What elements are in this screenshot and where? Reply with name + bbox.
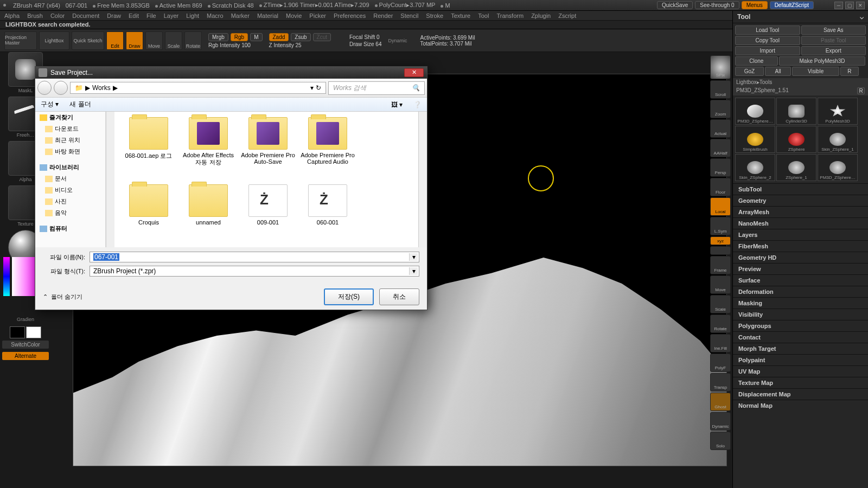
- rail-move[interactable]: Move: [710, 275, 731, 294]
- section-arraymesh[interactable]: ArrayMesh: [733, 206, 868, 217]
- rail-frame[interactable]: Frame: [710, 256, 731, 274]
- rail-local[interactable]: Local: [710, 197, 731, 216]
- sidebar-computer[interactable]: 컴퓨터: [35, 223, 105, 234]
- sidebar-item[interactable]: 문서: [35, 173, 105, 184]
- menu-item[interactable]: Render: [373, 12, 393, 19]
- dialog-title-bar[interactable]: Save Project... ✕: [35, 67, 427, 79]
- menu-item[interactable]: Draw: [107, 12, 121, 19]
- m-chip[interactable]: M: [250, 33, 262, 41]
- sidebar-favorites[interactable]: 즐겨찾기: [35, 112, 105, 123]
- maximize-icon[interactable]: ▢: [845, 2, 854, 9]
- rail-persp[interactable]: Persp: [710, 158, 731, 177]
- load-tool-button[interactable]: Load Tool: [735, 25, 800, 35]
- rail-solo[interactable]: Solo: [710, 432, 731, 450]
- all-button[interactable]: All: [765, 67, 791, 76]
- filename-input[interactable]: 067-001▾: [90, 252, 419, 262]
- section-preview[interactable]: Preview: [733, 263, 868, 274]
- rail-floor[interactable]: Floor: [710, 178, 731, 196]
- rotate-button[interactable]: Rotate: [184, 31, 202, 50]
- rail-lsym[interactable]: L.Sym: [710, 217, 731, 235]
- menu-item[interactable]: Stroke: [426, 12, 443, 19]
- rail-dynamic[interactable]: Dynamic: [710, 412, 731, 431]
- panel-collapse-icon[interactable]: ⌵: [860, 13, 864, 21]
- sidebar-item[interactable]: 최근 위치: [35, 134, 105, 146]
- copy-tool-button[interactable]: Copy Tool: [735, 36, 800, 45]
- section-visibility[interactable]: Visibility: [733, 309, 868, 320]
- zsub-chip[interactable]: Zsub: [291, 33, 310, 41]
- rail-xyz[interactable]: xyz: [710, 236, 731, 245]
- section-morphtarget[interactable]: Morph Target: [733, 343, 868, 354]
- menu-item[interactable]: Color: [50, 12, 65, 19]
- menu-item[interactable]: Movie: [286, 12, 302, 19]
- menu-item[interactable]: Transform: [496, 12, 524, 19]
- tool-thumb[interactable]: Skin_ZSphere_2: [735, 154, 775, 181]
- rail-polyf[interactable]: PolyF: [710, 354, 731, 372]
- menu-item[interactable]: Alpha: [4, 12, 20, 19]
- sidebar-item[interactable]: 음악: [35, 207, 105, 219]
- make-polymesh-button[interactable]: Make PolyMesh3D: [779, 56, 866, 66]
- rail-actual[interactable]: Actual: [710, 119, 731, 138]
- minimize-icon[interactable]: ─: [834, 2, 843, 9]
- menu-item[interactable]: Edit: [129, 12, 139, 19]
- z-intensity[interactable]: Z Intensity 25: [269, 42, 331, 48]
- rail-scale[interactable]: Scale: [710, 295, 731, 313]
- menu-item[interactable]: Texture: [451, 12, 470, 19]
- menu-item[interactable]: Picker: [309, 12, 326, 19]
- tool-thumb[interactable]: Skin_ZSphere_1: [818, 126, 858, 153]
- section-texturemap[interactable]: Texture Map: [733, 377, 868, 388]
- section-polypaint[interactable]: Polypaint: [733, 354, 868, 365]
- menu-item[interactable]: Macro: [207, 12, 224, 19]
- rail-pad[interactable]: [710, 246, 731, 255]
- sidebar-item[interactable]: 사진: [35, 196, 105, 207]
- mrgb-chip[interactable]: Mrgb: [208, 33, 228, 41]
- tool-thumb[interactable]: ZSphere_1: [776, 154, 816, 181]
- file-item[interactable]: Adobe After Effects 자동 저장: [180, 117, 237, 182]
- section-nanomesh[interactable]: NanoMesh: [733, 217, 868, 229]
- edit-button[interactable]: Edit: [106, 31, 124, 50]
- zscript-button[interactable]: DefaultZScript: [770, 1, 814, 9]
- section-contact[interactable]: Contact: [733, 331, 868, 343]
- tool-thumb[interactable]: PM3D_ZSphere…: [818, 154, 858, 181]
- section-displacement[interactable]: Displacement Map: [733, 388, 868, 400]
- section-layers[interactable]: Layers: [733, 229, 868, 240]
- file-item[interactable]: Croquis: [120, 184, 177, 247]
- tool-thumb[interactable]: SimpleBrush: [735, 126, 775, 153]
- file-item[interactable]: Ż009-001: [239, 184, 297, 247]
- projection-master-button[interactable]: Projection Master: [4, 31, 37, 50]
- menu-item[interactable]: Zscript: [558, 12, 576, 19]
- save-as-button[interactable]: Save As: [801, 25, 866, 35]
- draw-button[interactable]: Draw: [126, 31, 143, 50]
- zadd-chip[interactable]: Zadd: [269, 33, 289, 41]
- r2-button[interactable]: R: [857, 87, 865, 94]
- rail-transp[interactable]: Transp: [710, 373, 731, 391]
- sidebar-item[interactable]: 다운로드: [35, 123, 105, 134]
- menu-item[interactable]: Document: [72, 12, 99, 19]
- view-button[interactable]: 🖼 ▾: [391, 101, 403, 108]
- section-uvmap[interactable]: UV Map: [733, 365, 868, 377]
- breadcrumb[interactable]: 📁 ▶ Works ▶ ▾ ↻: [70, 82, 326, 94]
- rail-ghost[interactable]: Ghost: [710, 393, 731, 411]
- focal-shift[interactable]: Focal Shift 0: [349, 34, 381, 40]
- alternate-button[interactable]: Alternate: [2, 352, 49, 360]
- menus-button[interactable]: Menus: [742, 1, 768, 9]
- tool-thumb[interactable]: PolyMesh3D: [818, 98, 858, 125]
- file-item[interactable]: 068-001.aep 로그: [120, 117, 177, 182]
- section-geometryhd[interactable]: Geometry HD: [733, 252, 868, 263]
- zcut-chip[interactable]: Zcut: [313, 33, 331, 41]
- file-item[interactable]: Ż060-001: [299, 184, 356, 247]
- lightbox-tools-label[interactable]: Lightbox▸Tools: [733, 78, 868, 86]
- rail-scroll[interactable]: Scroll: [710, 80, 731, 99]
- move-button[interactable]: Move: [145, 31, 163, 50]
- quick-sketch-button[interactable]: Quick Sketch: [72, 31, 104, 50]
- switch-color-button[interactable]: SwitchColor: [2, 341, 49, 349]
- section-fibermesh[interactable]: FiberMesh: [733, 240, 868, 252]
- menu-item[interactable]: Material: [257, 12, 278, 19]
- r-button[interactable]: R: [840, 67, 859, 76]
- filetype-select[interactable]: ZBrush Project (*.zpr)▾: [90, 266, 419, 277]
- lightbox-button[interactable]: LightBox: [39, 31, 69, 50]
- section-surface[interactable]: Surface: [733, 274, 868, 286]
- swatch-white[interactable]: [26, 326, 41, 338]
- swatch-black[interactable]: [10, 326, 25, 338]
- tool-thumb[interactable]: PM3D_ZSphere…: [735, 98, 775, 125]
- rail-zoom[interactable]: Zoom: [710, 100, 731, 118]
